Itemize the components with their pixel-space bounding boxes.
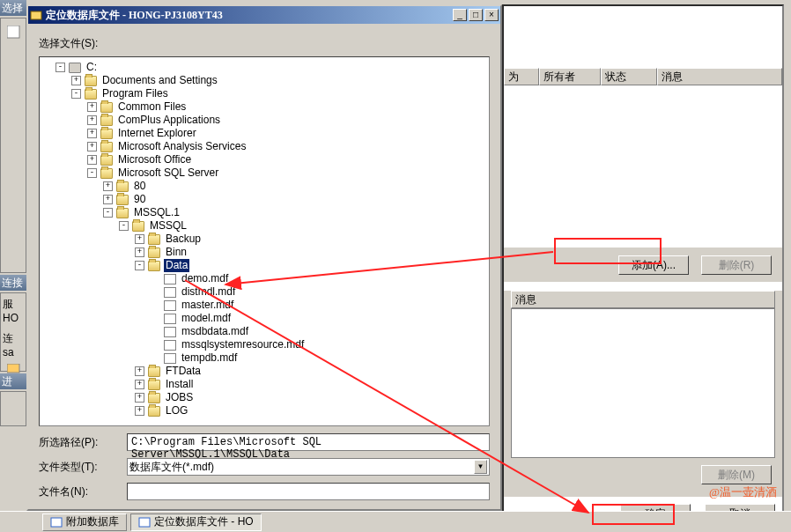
tree-file[interactable]: distmdl.mdf xyxy=(180,285,237,299)
col-owner[interactable]: 所有者 xyxy=(539,68,601,85)
svg-rect-4 xyxy=(139,518,150,527)
tree-folder[interactable]: Documents and Settings xyxy=(100,74,219,87)
tree-folder[interactable]: Install xyxy=(164,378,195,391)
tree-folder[interactable]: Microsoft Office xyxy=(116,153,193,166)
tree-icon xyxy=(7,26,21,40)
col-action[interactable]: 为 xyxy=(504,68,539,85)
type-select[interactable]: 数据库文件(*.mdf) ▼ xyxy=(127,458,490,476)
folder-icon xyxy=(100,115,113,126)
tree-folder[interactable]: MSSQL xyxy=(148,219,189,233)
folder-icon xyxy=(148,248,160,258)
bg-l3: 连 xyxy=(3,331,26,346)
expander[interactable]: - xyxy=(55,63,65,72)
folder-icon xyxy=(100,129,113,139)
expander[interactable]: - xyxy=(119,221,129,231)
expander[interactable]: + xyxy=(135,366,144,376)
folder-icon xyxy=(100,102,113,113)
remove2-button: 删除(M) xyxy=(701,465,772,484)
add-button[interactable]: 添加(A)... xyxy=(618,255,689,275)
expander[interactable]: + xyxy=(135,406,144,416)
tree-folder[interactable]: ComPlus Applications xyxy=(116,114,222,127)
bg-header-3: 进 xyxy=(0,373,26,389)
tree-drive-c[interactable]: C: xyxy=(85,61,99,74)
expander[interactable]: + xyxy=(135,393,144,403)
file-icon xyxy=(164,274,176,284)
expander[interactable]: - xyxy=(135,261,144,270)
svg-rect-1 xyxy=(7,364,19,373)
taskbar: 附加数据库 定位数据库文件 - HO xyxy=(0,511,791,532)
tree-folder[interactable]: Common Files xyxy=(116,100,188,114)
name-label: 文件名(N): xyxy=(39,484,127,499)
expander[interactable]: + xyxy=(103,181,113,191)
folder-icon xyxy=(148,380,160,390)
file-icon xyxy=(164,287,176,298)
expander[interactable]: + xyxy=(135,234,144,244)
tree-file[interactable]: master.mdf xyxy=(180,299,235,312)
tree-folder[interactable]: JOBS xyxy=(164,391,195,404)
expander[interactable]: + xyxy=(87,129,97,138)
type-label: 文件类型(T): xyxy=(39,460,127,475)
expander[interactable]: + xyxy=(135,380,144,389)
expander[interactable]: + xyxy=(135,248,144,257)
name-input[interactable] xyxy=(127,483,490,500)
col-status[interactable]: 状态 xyxy=(601,68,657,85)
tree-folder-data[interactable]: Data xyxy=(164,259,189,272)
taskbar-item-attach[interactable]: 附加数据库 xyxy=(42,514,127,531)
expander[interactable]: + xyxy=(87,102,97,112)
tree-folder[interactable]: Program Files xyxy=(100,87,170,100)
taskbar-label: 附加数据库 xyxy=(66,514,119,529)
folder-icon xyxy=(148,393,160,403)
folder-icon xyxy=(132,221,144,232)
expander[interactable]: + xyxy=(87,115,97,125)
dialog-title: 定位数据库文件 - HONG-PJ3108YT43 xyxy=(46,8,451,23)
app-icon xyxy=(30,9,42,21)
folder-icon xyxy=(116,181,129,192)
folder-icon xyxy=(85,89,97,100)
tree-file-demo[interactable]: demo.mdf xyxy=(180,272,230,285)
tree-folder[interactable]: Binn xyxy=(164,246,189,259)
tree-file[interactable]: tempdb.mdf xyxy=(180,351,239,365)
svg-rect-2 xyxy=(31,11,41,19)
tree-file[interactable]: model.mdf xyxy=(180,312,233,325)
minimize-button[interactable]: _ xyxy=(453,9,467,21)
file-tree[interactable]: -C: +Documents and Settings -Program Fil… xyxy=(39,56,490,426)
expander[interactable]: + xyxy=(87,155,97,165)
tree-folder[interactable]: Internet Explorer xyxy=(116,127,198,140)
file-icon xyxy=(164,353,176,364)
folder-icon xyxy=(148,234,160,245)
folder-icon xyxy=(85,76,97,86)
folder-icon xyxy=(100,168,113,179)
chevron-down-icon[interactable]: ▼ xyxy=(474,460,487,474)
bg-l4: sa xyxy=(3,346,26,358)
path-input[interactable]: C:\Program Files\Microsoft SQL Server\MS… xyxy=(127,433,490,451)
tree-folder[interactable]: Microsoft SQL Server xyxy=(116,166,220,180)
grid-body[interactable] xyxy=(504,85,782,248)
expander[interactable]: + xyxy=(71,76,81,85)
parent-panel: 为 所有者 状态 消息 添加(A)... 删除(R) 消息 删除(M) 确定 取… xyxy=(502,4,784,528)
maximize-button[interactable]: □ xyxy=(469,9,483,21)
expander[interactable]: - xyxy=(71,89,81,99)
titlebar[interactable]: 定位数据库文件 - HONG-PJ3108YT43 _ □ × xyxy=(28,6,500,24)
bg-header-1: 选择 xyxy=(0,0,26,16)
select-file-label: 选择文件(S): xyxy=(39,36,490,51)
tree-folder[interactable]: Backup xyxy=(164,233,203,246)
close-button[interactable]: × xyxy=(484,9,499,21)
tree-folder[interactable]: MSSQL.1 xyxy=(132,206,181,219)
tree-folder[interactable]: LOG xyxy=(164,404,189,417)
tree-folder[interactable]: FTData xyxy=(164,365,203,378)
expander[interactable]: - xyxy=(103,208,113,218)
tree-folder[interactable]: 80 xyxy=(132,180,147,193)
tree-folder[interactable]: 90 xyxy=(132,193,147,206)
col-message[interactable]: 消息 xyxy=(657,68,782,85)
expander[interactable]: + xyxy=(87,142,97,151)
taskbar-label: 定位数据库文件 - HO xyxy=(154,514,254,529)
tree-file[interactable]: msdbdata.mdf xyxy=(180,325,250,338)
message-body[interactable] xyxy=(511,308,775,458)
message-header[interactable]: 消息 xyxy=(511,291,775,308)
tree-folder[interactable]: Microsoft Analysis Services xyxy=(116,140,248,153)
expander[interactable]: - xyxy=(87,168,97,178)
tree-file[interactable]: mssqlsystemresource.mdf xyxy=(180,338,306,351)
expander[interactable]: + xyxy=(103,195,113,204)
taskbar-item-locate[interactable]: 定位数据库文件 - HO xyxy=(130,514,262,531)
file-icon xyxy=(164,300,176,311)
